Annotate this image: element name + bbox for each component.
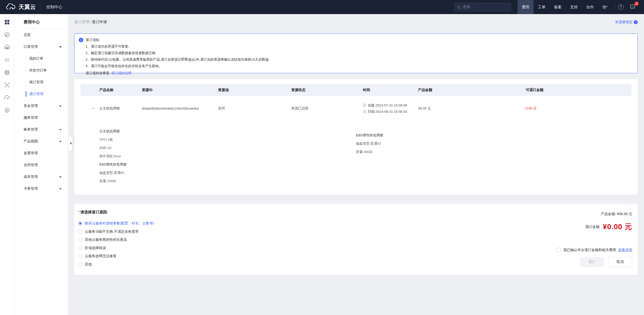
radio-other[interactable]: 其他 bbox=[78, 260, 154, 269]
nav-item-tickets[interactable]: 工单 bbox=[534, 0, 550, 14]
help-icon[interactable]: ? bbox=[618, 4, 624, 10]
sidebar-item-overview[interactable]: 总览 bbox=[14, 29, 68, 41]
sidebar-item-order-management[interactable]: 订单管理 bbox=[14, 41, 68, 53]
product-amount-value: ¥56.00 元 bbox=[617, 212, 632, 216]
info-icon: i bbox=[79, 38, 83, 42]
console-center-link[interactable]: 控制中心 bbox=[46, 5, 62, 10]
unsubscribe-notice-box: i 退订须知: 1、退订成功后资源不可恢复; 2、确定退订前建议完成数据备份或者… bbox=[74, 33, 638, 73]
col-resource-pool: 资源池 bbox=[218, 88, 291, 92]
security-shield-icon[interactable] bbox=[4, 107, 10, 113]
sidebar-item-cost-management[interactable]: 成本管理 bbox=[14, 171, 68, 183]
message-icon[interactable]: 3 bbox=[630, 4, 635, 11]
dashboard-gauge-icon[interactable] bbox=[4, 32, 10, 38]
apps-grid-icon[interactable] bbox=[4, 19, 10, 25]
chevron-down-icon bbox=[59, 141, 62, 142]
sidebar-item-my-orders[interactable]: 我的订单 bbox=[14, 53, 68, 64]
resource-table-card: 产品名称 资源ID 资源池 资源状态 时间 产品金额 可退订金额 云主机包周期 … bbox=[74, 79, 638, 194]
sidebar-collapse-handle[interactable] bbox=[68, 135, 72, 151]
detail-group-title: EBS弹性块包周期 bbox=[99, 160, 356, 169]
sidebar-item-contract-management[interactable]: 合同管理 bbox=[14, 159, 68, 171]
search-input[interactable]: 搜索... bbox=[454, 3, 511, 11]
cloud-server-icon[interactable] bbox=[4, 44, 10, 50]
detail-disk-type: 磁盘类型:普通IO bbox=[99, 169, 356, 177]
table-row: 云主机包周期 6f4ebf3058cf4404b81209c555c4e0b3 … bbox=[80, 96, 631, 121]
sidebar-item-funds-management[interactable]: 资金管理 bbox=[14, 100, 68, 112]
cloud-disk-icon[interactable] bbox=[4, 69, 10, 75]
col-refundable-amount: 可退订金额 bbox=[526, 88, 631, 92]
notice-line: 4、退订可能会导致其他存在的关联业务产生影响。 bbox=[86, 63, 269, 69]
detail-group-title: 云主机包周期 bbox=[99, 127, 356, 135]
breadcrumb-parent[interactable]: 退订管理 bbox=[74, 20, 89, 24]
sidebar-item-cancel-order[interactable]: 撤单管理 bbox=[14, 112, 68, 124]
billing-sidebar: 费用中心 总览 订单管理 我的订单 待支付订单 续订管理 退订管理 资金管理 撤… bbox=[14, 14, 68, 315]
confirm-checkbox[interactable] bbox=[556, 248, 561, 252]
nav-item-icp[interactable]: 备案 bbox=[550, 0, 566, 14]
breadcrumb-current: 退订申请 bbox=[92, 20, 107, 24]
top-navbar: 天翼云 控制中心 搜索... 费用 工单 备案 支持 合作 张* ? 3 bbox=[0, 0, 644, 14]
sidebar-item-bill-management[interactable]: 账单管理 bbox=[14, 124, 68, 135]
notice-title: 退订须知: bbox=[86, 37, 269, 43]
clock-icon bbox=[363, 104, 366, 107]
elastic-ip-icon[interactable] bbox=[4, 82, 10, 88]
refund-amount-value: ¥0.00 元 bbox=[603, 222, 632, 232]
radio-selected-icon bbox=[78, 221, 82, 225]
radio-better-price-elsewhere[interactable]: 其他云服务商的性价比更高 bbox=[78, 236, 154, 244]
nav-item-billing[interactable]: 费用 bbox=[517, 0, 534, 14]
nav-item-cooperation[interactable]: 合作 bbox=[582, 0, 598, 14]
order-management-subgroup: 我的订单 待支付订单 续订管理 退订管理 bbox=[14, 53, 68, 100]
col-product-amount: 产品金额 bbox=[418, 88, 526, 92]
radio-wrong-parameters[interactable]: 购买云服务时选错参数(配置、时长、台数等) bbox=[78, 219, 154, 228]
notice-footer-label: 退订规则请查看: bbox=[86, 71, 110, 75]
col-resource-id: 资源ID bbox=[142, 88, 218, 92]
nav-separator bbox=[615, 5, 615, 9]
unsubscribe-button[interactable]: 退订 bbox=[580, 257, 604, 267]
sidebar-item-coupon-management[interactable]: 卡券管理 bbox=[14, 183, 68, 194]
row-time: 创建:2023-07-31 15:08:38 到期:2023-08-31 15:… bbox=[363, 102, 418, 115]
refund-amount-summary: 退订金额: ¥0.00 元 bbox=[585, 222, 632, 232]
row-expanded-details: 云主机包周期 CPU:1核 内存:1G 操作系统:linux EBS弹性块包周期… bbox=[80, 121, 631, 185]
notice-line: 2、确定退订前建议完成数据备份或者数据迁移; bbox=[86, 50, 269, 56]
vpc-network-icon[interactable]: VPC bbox=[4, 57, 10, 63]
object-storage-icon[interactable] bbox=[4, 95, 10, 101]
row-product-name: 云主机包周期 bbox=[99, 106, 142, 111]
radio-icon bbox=[78, 230, 82, 234]
breadcrumb: 退订管理/退订申请 bbox=[74, 20, 107, 24]
radio-incomplete-function[interactable]: 云服务功能不完善,不满足业务需求 bbox=[78, 228, 154, 236]
nav-item-support[interactable]: 支持 bbox=[566, 0, 582, 14]
sidebar-item-invoice-management[interactable]: 发票管理 bbox=[14, 147, 68, 159]
nav-item-user[interactable]: 张* bbox=[598, 0, 612, 14]
chevron-down-icon bbox=[59, 176, 62, 178]
sidebar-item-product-view[interactable]: 产品视图 bbox=[14, 135, 68, 147]
sidebar-item-pending-payment[interactable]: 待支付订单 bbox=[14, 64, 68, 76]
refund-reason-card: *请选择退订原因: 购买云服务时选错参数(配置、时长、台数等) 云服务功能不完善… bbox=[74, 204, 638, 275]
row-expire-time: 到期:2023-08-31 15:08:33 bbox=[368, 108, 407, 115]
resource-locked-link[interactable]: 资源被锁定 ? bbox=[615, 20, 638, 24]
brand-name[interactable]: 天翼云 bbox=[19, 3, 36, 11]
refund-reason-options: 购买云服务时选错参数(配置、时长、台数等) 云服务功能不完善,不满足业务需求 其… bbox=[78, 219, 154, 268]
detail-capacity: 容量:40GB bbox=[356, 148, 383, 156]
product-amount-summary: 产品金额: ¥56.00 元 bbox=[601, 212, 632, 216]
sidebar-item-renewal-management[interactable]: 续订管理 bbox=[14, 76, 68, 88]
required-asterisk: * bbox=[78, 210, 80, 214]
row-expand-chevron-icon[interactable] bbox=[92, 107, 95, 110]
chevron-down-icon bbox=[59, 105, 62, 107]
radio-icon bbox=[78, 262, 82, 266]
detail-cpu: CPU:1核 bbox=[99, 135, 356, 144]
question-mark-icon[interactable]: ? bbox=[634, 20, 638, 24]
sidebar-title: 费用中心 bbox=[24, 20, 68, 25]
radio-wrong-region[interactable]: 区域选择错误 bbox=[78, 244, 154, 252]
unsubscribe-rules-link[interactable]: 退订规则说明 bbox=[111, 71, 132, 75]
view-details-link[interactable]: 查看详情 bbox=[618, 248, 632, 252]
ctyun-cloud-logo-icon bbox=[6, 4, 16, 11]
confirm-checkbox-label: 我已确认本次退订金额和相关费用 bbox=[563, 248, 616, 252]
cancel-button[interactable]: 取消 bbox=[608, 257, 632, 267]
sidebar-item-unsubscribe-management[interactable]: 退订管理 bbox=[14, 88, 68, 100]
radio-unfixable-failure[interactable]: 云服务故障无法修复 bbox=[78, 252, 154, 260]
table-header-row: 产品名称 资源ID 资源池 资源状态 时间 产品金额 可退订金额 bbox=[80, 84, 631, 96]
detail-capacity: 容量:10GB bbox=[99, 177, 356, 185]
chevron-down-icon bbox=[59, 129, 62, 131]
radio-icon bbox=[78, 238, 82, 242]
search-icon bbox=[457, 5, 461, 9]
detail-group-title: EBS弹性块包周期 bbox=[356, 131, 383, 139]
col-resource-status: 资源状态 bbox=[291, 88, 363, 92]
